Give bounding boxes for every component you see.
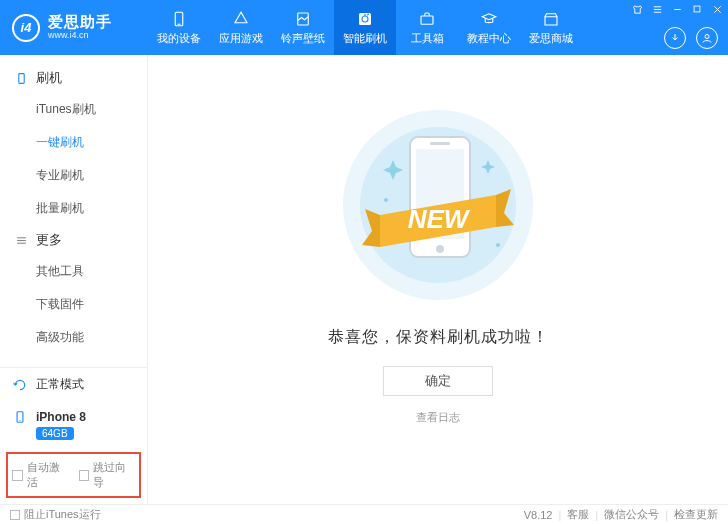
view-log-link[interactable]: 查看日志 [416, 410, 460, 425]
mode-label: 正常模式 [36, 376, 84, 393]
app-name: 爱思助手 [48, 14, 112, 31]
svg-rect-4 [421, 16, 433, 24]
app-logo: i4 爱思助手 www.i4.cn [0, 14, 148, 42]
phone-icon [170, 10, 188, 28]
nav-my-device[interactable]: 我的设备 [148, 0, 210, 55]
window-controls [630, 2, 724, 16]
sidebar-group-flash[interactable]: 刷机 [0, 63, 147, 93]
version-label: V8.12 [524, 509, 553, 521]
nav-label: 爱思商城 [529, 31, 573, 46]
success-illustration: NEW [338, 105, 538, 305]
sidebar-item-other-tools[interactable]: 其他工具 [36, 255, 147, 288]
menu-button[interactable] [650, 2, 664, 16]
options-highlight: 自动激活 跳过向导 [6, 452, 141, 498]
sidebar-item-onekey-flash[interactable]: 一键刷机 [36, 126, 147, 159]
nav-label: 我的设备 [157, 31, 201, 46]
minimize-button[interactable] [670, 2, 684, 16]
checkbox-label: 跳过向导 [93, 460, 135, 490]
download-button[interactable] [664, 27, 686, 49]
nav-tutorial[interactable]: 教程中心 [458, 0, 520, 55]
refresh-icon [12, 377, 28, 393]
device-mode[interactable]: 正常模式 [0, 368, 147, 401]
app-header: i4 爱思助手 www.i4.cn 我的设备 应用游戏 铃声壁纸 智能刷机 工具… [0, 0, 728, 55]
svg-point-28 [496, 243, 500, 247]
svg-point-12 [705, 35, 709, 39]
svg-rect-24 [430, 142, 450, 145]
toolbox-icon [418, 10, 436, 28]
ok-button[interactable]: 确定 [383, 366, 493, 396]
nav-label: 铃声壁纸 [281, 31, 325, 46]
sidebar-group-title: 更多 [36, 231, 62, 249]
sidebar-group-title: 刷机 [36, 69, 62, 87]
check-update-link[interactable]: 检查更新 [674, 507, 718, 522]
nav-label: 教程中心 [467, 31, 511, 46]
header-right [664, 27, 718, 49]
success-message: 恭喜您，保资料刷机成功啦！ [328, 327, 549, 348]
tutorial-icon [480, 10, 498, 28]
flash-icon [356, 10, 374, 28]
auto-activate-checkbox[interactable]: 自动激活 [12, 460, 69, 490]
checkbox-label: 自动激活 [27, 460, 69, 490]
main-content: NEW 恭喜您，保资料刷机成功啦！ 确定 查看日志 [148, 55, 728, 504]
storage-badge: 64GB [36, 427, 74, 440]
user-button[interactable] [696, 27, 718, 49]
nav-store[interactable]: 爱思商城 [520, 0, 582, 55]
svg-point-18 [19, 420, 20, 421]
svg-rect-13 [18, 73, 23, 83]
svg-rect-9 [694, 6, 700, 12]
checkbox-label: 阻止iTunes运行 [24, 507, 101, 522]
svg-point-27 [384, 198, 388, 202]
logo-icon: i4 [12, 14, 40, 42]
status-bar: 阻止iTunes运行 V8.12 | 客服 | 微信公众号 | 检查更新 [0, 504, 728, 524]
device-info[interactable]: iPhone 8 64GB [0, 401, 147, 448]
nav-toolbox[interactable]: 工具箱 [396, 0, 458, 55]
new-banner-text: NEW [408, 204, 471, 234]
svg-point-23 [436, 245, 444, 253]
sidebar-item-advanced[interactable]: 高级功能 [36, 321, 147, 354]
sidebar-item-pro-flash[interactable]: 专业刷机 [36, 159, 147, 192]
nav-label: 智能刷机 [343, 31, 387, 46]
phone-outline-icon [14, 71, 28, 85]
sidebar: 刷机 iTunes刷机 一键刷机 专业刷机 批量刷机 更多 其他工具 下载固件 … [0, 55, 148, 504]
nav-flash[interactable]: 智能刷机 [334, 0, 396, 55]
wechat-link[interactable]: 微信公众号 [604, 507, 659, 522]
top-nav: 我的设备 应用游戏 铃声壁纸 智能刷机 工具箱 教程中心 爱思商城 [148, 0, 582, 55]
sidebar-group-more[interactable]: 更多 [0, 225, 147, 255]
block-itunes-checkbox[interactable]: 阻止iTunes运行 [10, 507, 101, 522]
maximize-button[interactable] [690, 2, 704, 16]
more-icon [14, 233, 28, 247]
store-icon [542, 10, 560, 28]
close-button[interactable] [710, 2, 724, 16]
device-icon [12, 409, 28, 425]
wallpaper-icon [294, 10, 312, 28]
nav-label: 工具箱 [411, 31, 444, 46]
apps-icon [232, 10, 250, 28]
nav-label: 应用游戏 [219, 31, 263, 46]
skin-button[interactable] [630, 2, 644, 16]
skip-guide-checkbox[interactable]: 跳过向导 [79, 460, 136, 490]
sidebar-item-itunes-flash[interactable]: iTunes刷机 [36, 93, 147, 126]
nav-apps[interactable]: 应用游戏 [210, 0, 272, 55]
support-link[interactable]: 客服 [567, 507, 589, 522]
nav-ringtones[interactable]: 铃声壁纸 [272, 0, 334, 55]
sidebar-item-download-firmware[interactable]: 下载固件 [36, 288, 147, 321]
app-url: www.i4.cn [48, 31, 112, 41]
sidebar-item-batch-flash[interactable]: 批量刷机 [36, 192, 147, 225]
device-name: iPhone 8 [36, 410, 86, 424]
